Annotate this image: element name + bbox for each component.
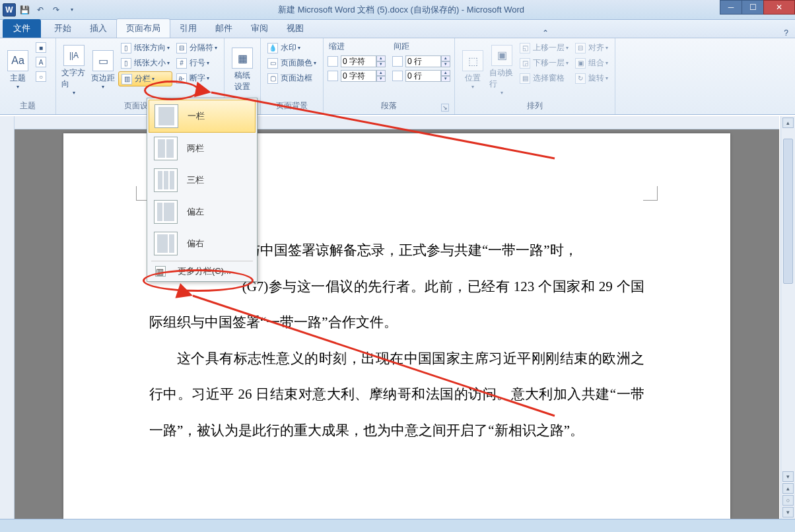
textdir-label: 文字方向 <box>61 67 86 90</box>
manuscript-button[interactable]: ▦ 稿纸 设置 <box>228 41 256 99</box>
vertical-scrollbar[interactable]: ▴ ▾ ▴ ○ ▾ <box>780 116 795 519</box>
browse-next-button[interactable]: ▾ <box>782 507 794 517</box>
ribbon-minimize-icon[interactable]: ⌃ <box>536 28 555 38</box>
colors-icon: ■ <box>36 42 46 53</box>
breaks-button[interactable]: ⊟分隔符▾ <box>174 41 220 55</box>
orientation-button[interactable]: ▯纸张方向▾ <box>118 41 172 55</box>
two-column-icon <box>154 137 178 160</box>
size-icon: ▯ <box>121 58 131 69</box>
columns-left[interactable]: 偏左 <box>149 196 256 228</box>
hyphen-button[interactable]: a-断字▾ <box>174 71 220 85</box>
paragraph-2[interactable]: 这个具有标志性意义的时刻，出现在中国国家主席习近平刚刚结束的欧洲之行中。习近平 … <box>149 341 644 449</box>
maximize-button[interactable]: ☐ <box>742 0 764 15</box>
group-label-paragraph: 段落↘ <box>328 99 450 113</box>
pageborder-button[interactable]: ▢页面边框 <box>265 71 319 85</box>
app-icon[interactable]: W <box>3 3 16 17</box>
ribbon: Aa 主题 ▾ ■ A ○ 主题 ||A 文字方向▾ ▭ 页边距▾ ▯纸张方向▾ <box>0 38 795 115</box>
themes-icon: Aa <box>7 50 28 71</box>
columns-right[interactable]: 偏右 <box>149 228 256 259</box>
window-controls: ─ ☐ ✕ <box>720 0 795 19</box>
vertical-ruler[interactable] <box>0 116 15 519</box>
one-column-icon <box>155 104 178 128</box>
indent-left-icon <box>328 56 338 67</box>
tab-mailings[interactable]: 邮件 <box>206 19 242 38</box>
tab-pagelayout[interactable]: 页面布局 <box>116 18 170 38</box>
more-columns-icon: ▥ <box>155 266 166 277</box>
align-button[interactable]: ⊟对齐▾ <box>572 41 611 55</box>
group-label-arrange: 排列 <box>459 99 611 113</box>
help-icon[interactable]: ? <box>777 28 795 38</box>
themes-button[interactable]: Aa 主题 ▾ <box>4 41 32 99</box>
pagecolor-button[interactable]: ▭页面颜色▾ <box>265 56 319 70</box>
columns-button[interactable]: ▥分栏▾ <box>118 71 172 86</box>
tab-references[interactable]: 引用 <box>170 19 206 38</box>
bring-forward-button[interactable]: ◱上移一层▾ <box>517 41 571 55</box>
columns-one[interactable]: 一栏 <box>149 100 256 133</box>
linenum-button[interactable]: #行号▾ <box>174 56 220 70</box>
tab-insert[interactable]: 插入 <box>81 19 116 38</box>
undo-icon[interactable]: ↶ <box>33 3 48 17</box>
spacing-after-spinner[interactable]: ▴▾ <box>392 69 450 83</box>
paragraph-launcher[interactable]: ↘ <box>441 104 449 112</box>
text-direction-button[interactable]: ||A 文字方向▾ <box>60 41 88 99</box>
manuscript-icon: ▦ <box>232 48 253 69</box>
window-title: 新建 Microsoft Word 文档 (5).docx (自动保存的) - … <box>82 4 720 16</box>
linenum-icon: # <box>176 58 187 69</box>
columns-dropdown-menu: 一栏 两栏 三栏 偏左 偏右 ▥ 更多分栏(C)... <box>147 98 258 282</box>
columns-two[interactable]: 两栏 <box>149 133 256 164</box>
browse-prev-button[interactable]: ▴ <box>782 483 794 494</box>
theme-colors-button[interactable]: ■ <box>33 41 52 54</box>
spacing-before-input[interactable] <box>405 55 441 67</box>
tab-home[interactable]: 开始 <box>45 19 81 38</box>
watermark-button[interactable]: 💧水印▾ <box>265 41 319 55</box>
pane-icon: ▤ <box>520 73 530 84</box>
minimize-button[interactable]: ─ <box>720 0 742 15</box>
indent-right-spinner[interactable]: ▴▾ <box>328 69 386 83</box>
redo-icon[interactable]: ↷ <box>49 3 63 17</box>
theme-effects-button[interactable]: ○ <box>33 70 52 83</box>
group-button[interactable]: ▣组合▾ <box>572 56 611 70</box>
left-column-icon <box>154 200 178 224</box>
pagecolor-icon: ▭ <box>267 58 278 69</box>
margin-corner-tr <box>643 186 658 201</box>
three-column-icon <box>154 168 178 192</box>
group-pagebg: 💧水印▾ ▭页面颜色▾ ▢页面边框 页面背景 <box>261 38 324 114</box>
margins-button[interactable]: ▭ 页边距▾ <box>89 41 117 99</box>
theme-fonts-button[interactable]: A <box>33 55 52 69</box>
size-button[interactable]: ▯纸张大小▾ <box>118 56 172 70</box>
scroll-up-button[interactable]: ▴ <box>782 117 794 128</box>
file-tab[interactable]: 文件 <box>3 19 41 38</box>
ribbon-tabs: 文件 开始 插入 页面布局 引用 邮件 审阅 视图 ⌃ ? <box>0 20 795 38</box>
indent-left-spinner[interactable]: ▴▾ <box>328 55 386 68</box>
indent-right-input[interactable] <box>341 70 376 82</box>
more-columns[interactable]: ▥ 更多分栏(C)... <box>149 263 256 280</box>
wrap-icon: ▣ <box>491 45 512 66</box>
breaks-icon: ⊟ <box>176 43 187 53</box>
save-icon[interactable]: 💾 <box>17 3 32 17</box>
spacing-label: 间距 <box>392 41 450 53</box>
close-button[interactable]: ✕ <box>763 0 795 15</box>
rotate-button[interactable]: ↻旋转▾ <box>572 71 611 85</box>
scroll-thumb[interactable] <box>783 139 793 284</box>
selection-pane-button[interactable]: ▤选择窗格 <box>517 71 571 85</box>
position-button[interactable]: ⬚位置▾ <box>459 41 487 99</box>
send-backward-button[interactable]: ◲下移一层▾ <box>517 56 571 70</box>
rotate-icon: ↻ <box>575 73 586 84</box>
spacing-after-input[interactable] <box>405 70 441 82</box>
indent-left-input[interactable] <box>341 55 376 67</box>
scroll-down-button[interactable]: ▾ <box>782 471 794 482</box>
columns-three[interactable]: 三栏 <box>149 164 256 196</box>
document-canvas[interactable]: 与中国签署谅解备忘录，正式参与共建“一带一路”时， (G7)参与这一倡议的先行者… <box>15 129 779 519</box>
columns-icon: ▥ <box>121 74 132 84</box>
browse-object-button[interactable]: ○ <box>782 495 794 506</box>
horizontal-ruler[interactable] <box>15 116 779 129</box>
group-icon: ▣ <box>575 58 586 69</box>
fonts-icon: A <box>36 57 46 67</box>
spacing-before-spinner[interactable]: ▴▾ <box>392 55 450 68</box>
wrap-button[interactable]: ▣自动换行▾ <box>488 41 516 99</box>
tab-review[interactable]: 审阅 <box>242 19 277 38</box>
indent-right-icon <box>328 71 338 81</box>
tab-view[interactable]: 视图 <box>277 19 313 38</box>
title-bar: W 💾 ↶ ↷ ▾ 新建 Microsoft Word 文档 (5).docx … <box>0 0 795 20</box>
qat-customize-icon[interactable]: ▾ <box>65 3 79 17</box>
